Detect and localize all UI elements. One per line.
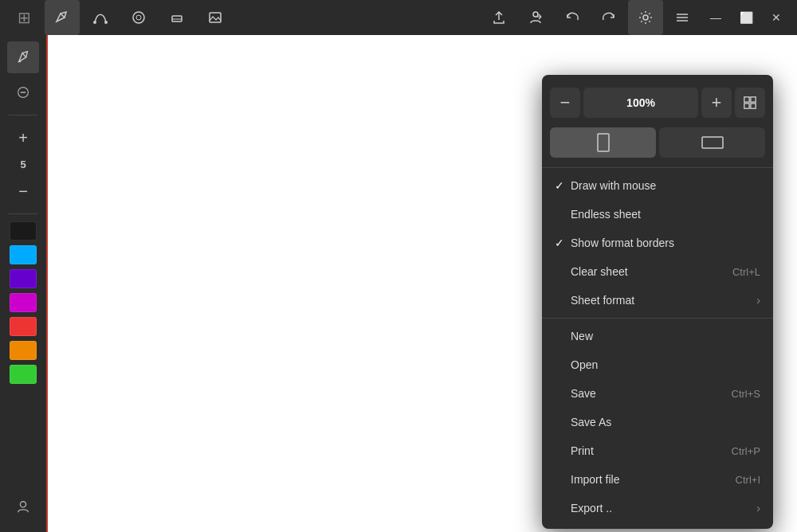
export-item[interactable]: Export .. › — [542, 494, 773, 522]
save-item[interactable]: Save Ctrl+S — [542, 379, 773, 408]
import-file-item[interactable]: Import file Ctrl+I — [542, 465, 773, 494]
maximize-button[interactable]: ⬜ — [732, 3, 760, 32]
draw-with-mouse-label: Draw with mouse — [571, 179, 760, 192]
bezier-tool-button[interactable] — [83, 0, 118, 35]
color-red[interactable] — [10, 317, 37, 336]
color-purple[interactable] — [10, 269, 37, 288]
app-logo[interactable]: ⊞ — [6, 0, 41, 35]
endless-sheet-item[interactable]: Endless sheet — [542, 200, 773, 229]
endless-sheet-label: Endless sheet — [571, 208, 760, 221]
separator-1 — [542, 167, 773, 168]
new-item[interactable]: New — [542, 322, 773, 350]
shape-icon — [131, 10, 147, 25]
save-as-label: Save As — [571, 416, 760, 428]
sheet-format-arrow: › — [756, 294, 760, 307]
undo-icon — [564, 10, 580, 25]
hamburger-icon — [674, 10, 690, 25]
titlebar-right-tools: — ⬜ ✕ — [481, 0, 791, 35]
titlebar-tools: ⊞ — [6, 0, 233, 35]
delete-icon — [17, 86, 29, 99]
fit-icon — [743, 96, 757, 110]
share-button[interactable] — [518, 0, 553, 35]
minimize-button[interactable]: — — [701, 3, 730, 32]
show-format-borders-item[interactable]: ✓ Show format borders — [542, 229, 773, 257]
settings-button[interactable] — [628, 0, 663, 35]
pen-sidebar-icon — [16, 50, 30, 65]
color-green[interactable] — [10, 365, 37, 384]
save-shortcut: Ctrl+S — [732, 388, 760, 400]
landscape-icon — [701, 135, 724, 151]
eraser-icon — [169, 10, 185, 25]
close-button[interactable]: ✕ — [762, 3, 791, 32]
landscape-button[interactable] — [659, 127, 765, 158]
svg-point-3 — [136, 15, 141, 20]
delete-sidebar-button[interactable] — [7, 76, 39, 108]
image-icon — [207, 10, 223, 25]
open-item[interactable]: Open — [542, 350, 773, 379]
print-shortcut: Ctrl+P — [732, 445, 760, 457]
share-icon — [528, 10, 544, 25]
clear-sheet-item[interactable]: Clear sheet Ctrl+L — [542, 257, 773, 286]
shape-tool-button[interactable] — [121, 0, 156, 35]
color-orange[interactable] — [10, 341, 37, 360]
portrait-button[interactable] — [550, 127, 656, 158]
minus-button[interactable]: − — [7, 175, 39, 207]
svg-rect-20 — [702, 137, 723, 148]
add-button[interactable]: + — [7, 122, 39, 154]
save-as-item[interactable]: Save As — [542, 408, 773, 436]
image-tool-button[interactable] — [198, 0, 233, 35]
new-label: New — [571, 330, 760, 342]
dropdown-menu: − 100% + — [542, 75, 773, 529]
print-item[interactable]: Print Ctrl+P — [542, 436, 773, 465]
sheet-format-item[interactable]: Sheet format › — [542, 286, 773, 315]
user-icon — [16, 499, 30, 514]
open-label: Open — [571, 358, 760, 371]
zoom-controls: − 100% + — [542, 81, 773, 124]
svg-point-7 — [643, 15, 648, 20]
sidebar-divider-1 — [9, 115, 37, 115]
orientation-controls — [542, 124, 773, 164]
canvas-area[interactable]: − 100% + — [48, 35, 797, 532]
eraser-tool-button[interactable] — [159, 0, 194, 35]
sheet-format-label: Sheet format — [571, 294, 750, 307]
zoom-value-display: 100% — [583, 88, 698, 118]
settings-icon — [638, 10, 654, 25]
import-shortcut: Ctrl+I — [736, 474, 760, 486]
main-area: + 5 − − 100% + — [0, 35, 797, 532]
svg-rect-18 — [751, 104, 756, 108]
svg-rect-19 — [598, 134, 609, 151]
borders-check-icon: ✓ — [555, 237, 571, 249]
sidebar-divider-2 — [9, 213, 37, 214]
redo-button[interactable] — [591, 0, 626, 35]
pen-sidebar-button[interactable] — [7, 41, 39, 73]
clear-sheet-shortcut: Ctrl+L — [732, 266, 760, 278]
export-button[interactable] — [481, 0, 516, 35]
portrait-icon — [595, 133, 611, 152]
color-magenta[interactable] — [10, 293, 37, 312]
svg-rect-17 — [744, 104, 749, 108]
menu-button[interactable] — [665, 0, 700, 35]
color-cyan[interactable] — [10, 245, 37, 264]
redo-icon — [601, 10, 617, 25]
save-label: Save — [571, 387, 725, 400]
left-sidebar: + 5 − — [0, 35, 48, 532]
svg-rect-5 — [210, 13, 221, 22]
import-file-label: Import file — [571, 473, 729, 486]
zoom-out-button[interactable]: − — [550, 88, 580, 118]
zoom-fit-button[interactable] — [735, 88, 765, 118]
show-format-borders-label: Show format borders — [571, 237, 760, 249]
color-black[interactable] — [10, 221, 37, 241]
zoom-in-button[interactable]: + — [701, 88, 732, 118]
svg-point-0 — [93, 21, 96, 24]
svg-rect-16 — [751, 97, 756, 102]
svg-point-1 — [104, 21, 108, 24]
print-label: Print — [571, 444, 725, 457]
svg-point-2 — [133, 12, 144, 23]
stroke-size-label: 5 — [20, 158, 26, 170]
user-button[interactable] — [7, 491, 39, 522]
pen-tool-button[interactable] — [45, 0, 80, 35]
export-label: Export .. — [571, 502, 750, 514]
undo-button[interactable] — [555, 0, 590, 35]
pen-icon — [54, 10, 70, 25]
draw-with-mouse-item[interactable]: ✓ Draw with mouse — [542, 171, 773, 200]
